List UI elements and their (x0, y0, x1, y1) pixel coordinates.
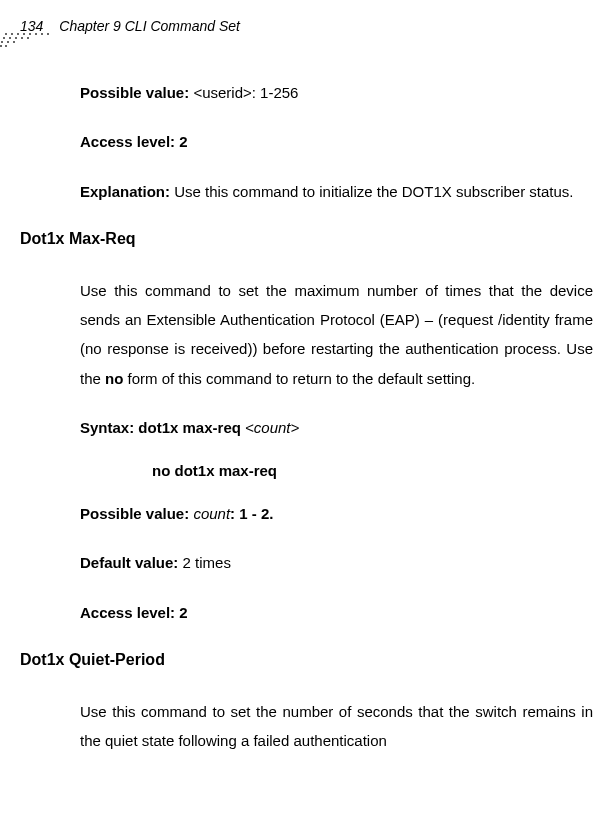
svg-point-7 (47, 33, 49, 35)
possible-value-line-1: Possible value: <userid>: 1-256 (80, 78, 593, 107)
svg-point-4 (29, 33, 31, 35)
svg-point-15 (13, 41, 15, 43)
chapter-title: Chapter 9 CLI Command Set (59, 18, 240, 34)
svg-point-9 (9, 37, 11, 39)
svg-point-11 (21, 37, 23, 39)
default-value-text: 2 times (183, 554, 231, 571)
svg-point-10 (15, 37, 17, 39)
page-header: 134 Chapter 9 CLI Command Set (20, 18, 593, 34)
svg-point-8 (3, 37, 5, 39)
no-command-line: no dot1x max-req (80, 462, 593, 479)
svg-point-5 (35, 33, 37, 35)
syntax-arg: <count> (245, 419, 299, 436)
svg-point-16 (0, 45, 2, 47)
section-heading-maxreq: Dot1x Max-Req (20, 230, 593, 248)
content-block-2: Use this command to set the maximum numb… (20, 276, 593, 627)
access-level-label: Access level: 2 (80, 133, 188, 150)
page-container: 134 Chapter 9 CLI Command Set Possible v… (0, 0, 613, 755)
access-level-line-2: Access level: 2 (80, 598, 593, 627)
content-block-1: Possible value: <userid>: 1-256 Access l… (20, 78, 593, 206)
syntax-label: Syntax: dot1x max-req (80, 419, 245, 436)
content-block-3: Use this command to set the number of se… (20, 697, 593, 756)
svg-point-3 (23, 33, 25, 35)
maxreq-desc-b: form of this command to return to the de… (123, 370, 475, 387)
svg-point-14 (7, 41, 9, 43)
possible-value-line-2: Possible value: count: 1 - 2. (80, 499, 593, 528)
explanation-label: Explanation: (80, 183, 174, 200)
corner-dots-decoration (0, 32, 54, 48)
access-level-line-1: Access level: 2 (80, 127, 593, 156)
svg-point-17 (5, 45, 7, 47)
explanation-text: Use this command to initialize the DOT1X… (174, 183, 573, 200)
svg-point-13 (1, 41, 3, 43)
syntax-line: Syntax: dot1x max-req <count> (80, 413, 593, 442)
default-value-label: Default value: (80, 554, 183, 571)
svg-point-1 (11, 33, 13, 35)
possible-value-label-2: Possible value: (80, 505, 193, 522)
maxreq-description: Use this command to set the maximum numb… (80, 276, 593, 393)
possible-value-text: <userid>: 1-256 (193, 84, 298, 101)
access-level-label-2: Access level: 2 (80, 604, 188, 621)
explanation-paragraph: Explanation: Use this command to initial… (80, 177, 593, 206)
svg-point-0 (5, 33, 7, 35)
quiet-description: Use this command to set the number of se… (80, 697, 593, 756)
svg-point-6 (41, 33, 43, 35)
svg-point-2 (17, 33, 19, 35)
maxreq-desc-no: no (105, 370, 123, 387)
section-heading-quiet: Dot1x Quiet-Period (20, 651, 593, 669)
possible-value-rest: : 1 - 2. (230, 505, 273, 522)
possible-value-arg: count (193, 505, 230, 522)
possible-value-label: Possible value: (80, 84, 193, 101)
svg-point-12 (27, 37, 29, 39)
default-value-line: Default value: 2 times (80, 548, 593, 577)
